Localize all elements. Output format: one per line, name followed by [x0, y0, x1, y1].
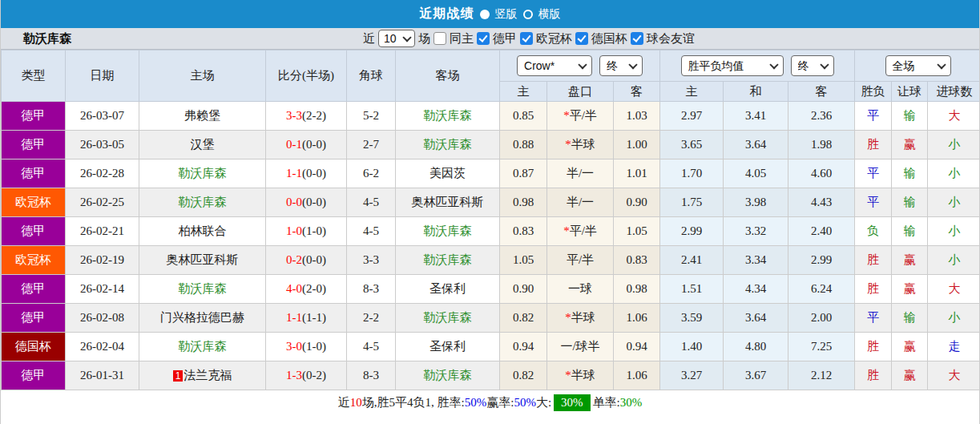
- vertical-layout-radio[interactable]: [480, 10, 490, 19]
- handicap-cell: 一球: [547, 275, 614, 304]
- match-date: 26-02-21: [66, 217, 139, 246]
- col-header-date: 日期: [66, 50, 139, 102]
- handicap: 一球: [568, 282, 592, 295]
- recent-count-select[interactable]: 10: [378, 30, 415, 47]
- away-odds: 0.90: [614, 188, 660, 217]
- avg-win-odds: 1.40: [660, 333, 724, 361]
- match-row: 德甲 26-01-31 1法兰克福 1-3(0-2) 8-3 勒沃库森 0.82…: [2, 361, 980, 390]
- match-row: 德甲 26-03-07 弗赖堡 3-3(2-2) 5-2 勒沃库森 0.85 *…: [2, 102, 980, 131]
- result-handicap: 输: [892, 102, 928, 131]
- home-team: 柏林联合: [179, 224, 227, 237]
- result-handicap: 输: [892, 188, 928, 217]
- title-bar: 近期战绩 竖版 横版: [1, 0, 979, 28]
- half-time-score: (1-1): [302, 311, 326, 324]
- same-home-checkbox[interactable]: [434, 32, 446, 45]
- league-label-friendly[interactable]: 球会友谊: [647, 31, 695, 46]
- match-row: 德甲 26-02-14 勒沃库森 4-0(2-0) 8-3 圣保利 0.90 一…: [2, 275, 980, 304]
- league-label-dejia[interactable]: 德甲: [493, 31, 517, 46]
- summary-bar: 近 10 场,胜5平4负1, 胜率: 50% 赢率: 50% 大: 30% 单率…: [1, 390, 979, 415]
- home-odds: 0.83: [500, 217, 547, 246]
- match-date: 26-02-28: [66, 160, 139, 188]
- home-team-cell: 勒沃库森: [139, 160, 266, 188]
- league-badge: 德甲: [2, 217, 66, 246]
- score-cell: 3-0(1-0): [266, 333, 347, 361]
- match-scope-select[interactable]: 全场: [885, 55, 951, 76]
- home-odds: 0.98: [500, 188, 547, 217]
- home-team: 奥林匹亚科斯: [167, 253, 239, 266]
- away-team-cell: 勒沃库森: [396, 246, 500, 275]
- handicap: 半/一: [567, 196, 594, 208]
- away-team-cell: 勒沃库森: [396, 102, 500, 131]
- result-handicap: 输: [892, 304, 928, 333]
- handicap: 平/半: [570, 109, 597, 122]
- home-team: 弗赖堡: [184, 109, 220, 122]
- avg-draw-odds: 3.34: [724, 246, 788, 275]
- match-date: 26-02-25: [66, 188, 139, 217]
- avg-draw-odds: 3.64: [724, 131, 788, 160]
- away-odds: 0.94: [614, 333, 660, 361]
- half-time-score: (1-0): [302, 340, 326, 353]
- handicap-cell: 一/球半: [547, 333, 614, 361]
- col-header-score: 比分(半场): [266, 50, 347, 102]
- away-team-cell: 勒沃库森: [396, 304, 500, 333]
- corner-score: 8-3: [347, 361, 396, 390]
- handicap-cell: 半/一: [547, 160, 614, 188]
- avg-time-select[interactable]: 终: [791, 55, 834, 76]
- away-odds: 1.00: [614, 131, 660, 160]
- avg-draw-odds: 4.34: [724, 275, 788, 304]
- league-badge: 德甲: [2, 131, 66, 160]
- away-team-cell: 勒沃库森: [396, 361, 500, 390]
- result-outcome: 平: [855, 304, 892, 333]
- away-team: 圣保利: [430, 282, 466, 295]
- filter-bar: 勒沃库森 近 10 场 同主 德甲 欧冠杯 德国杯 球会友谊: [1, 28, 979, 50]
- home-team-cell: 门兴格拉德巴赫: [139, 304, 266, 333]
- same-home-label[interactable]: 同主: [450, 31, 474, 46]
- league-badge: 欧冠杯: [2, 246, 66, 275]
- avg-draw-odds: 4.80: [724, 333, 788, 361]
- away-team-cell: 勒沃库森: [396, 131, 500, 160]
- odds-company-select[interactable]: Crow*: [517, 55, 592, 76]
- league-checkbox-deguobei[interactable]: [575, 32, 588, 45]
- half-time-score: (2-0): [302, 282, 326, 295]
- full-time-score: 1-1: [286, 311, 302, 324]
- handicap-cell: 平/半: [547, 246, 614, 275]
- league-checkbox-ouguanbei[interactable]: [520, 32, 533, 45]
- avg-lose-odds: 4.43: [788, 188, 855, 217]
- full-time-score: 0-2: [286, 253, 302, 266]
- league-checkbox-dejia[interactable]: [477, 32, 490, 45]
- league-checkbox-friendly[interactable]: [631, 32, 643, 45]
- result-handicap: 赢: [892, 275, 928, 304]
- col-header-corner: 角球: [347, 50, 396, 102]
- league-badge: 德甲: [2, 160, 66, 188]
- score-cell: 0-1(0-0): [266, 131, 347, 160]
- result-outcome: 胜: [855, 333, 892, 361]
- home-team-cell: 汉堡: [139, 131, 266, 160]
- sub-header-outcome: 胜负: [855, 82, 892, 102]
- score-cell: 1-3(0-2): [266, 361, 347, 390]
- half-time-score: (2-2): [302, 109, 326, 122]
- avg-win-odds: 3.27: [660, 361, 724, 390]
- avg-odds-select[interactable]: 胜平负均值: [681, 55, 784, 76]
- result-outcome: 胜: [855, 275, 892, 304]
- avg-lose-odds: 6.24: [788, 275, 855, 304]
- half-time-score: (0-0): [302, 196, 326, 208]
- league-label-deguobei[interactable]: 德国杯: [591, 31, 627, 46]
- league-label-ouguanbei[interactable]: 欧冠杯: [536, 31, 572, 46]
- avg-win-odds: 1.75: [660, 188, 724, 217]
- match-date: 26-02-19: [66, 246, 139, 275]
- vertical-layout-label[interactable]: 竖版: [495, 7, 518, 22]
- horizontal-layout-radio[interactable]: [523, 10, 533, 19]
- result-goals: 小: [928, 188, 980, 217]
- horizontal-layout-label[interactable]: 横版: [538, 7, 561, 22]
- sub-header-avg-win: 主: [660, 82, 724, 102]
- avg-win-odds: 1.70: [660, 160, 724, 188]
- match-row: 欧冠杯 26-02-25 勒沃库森 0-0(0-0) 4-5 奥林匹亚科斯 0.…: [2, 188, 980, 217]
- half-time-score: (0-0): [302, 138, 326, 151]
- summary-segment: 50%: [514, 396, 536, 410]
- odds-company-time-select[interactable]: 终: [599, 55, 643, 76]
- full-time-score: 1-3: [286, 369, 302, 382]
- handicap: 平/半: [570, 224, 597, 237]
- full-time-score: 0-0: [286, 196, 302, 208]
- result-goals: 小: [928, 160, 980, 188]
- home-team: 勒沃库森: [179, 167, 227, 180]
